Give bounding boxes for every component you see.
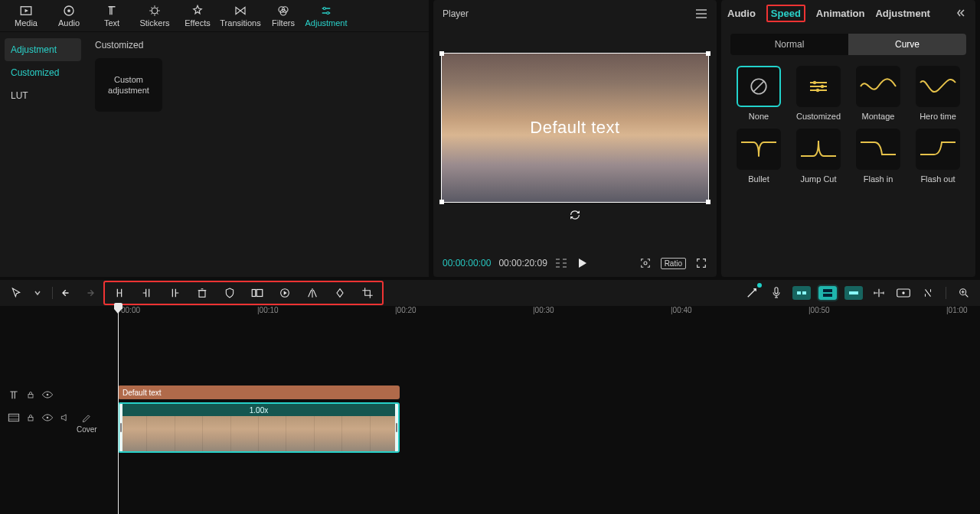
timeline-tracks: Cover Default text 1.00x	[0, 320, 980, 514]
mirror-icon[interactable]	[304, 285, 321, 301]
rtab-audio[interactable]: Audio	[727, 8, 756, 19]
undo-icon[interactable]	[59, 285, 76, 301]
list-icon[interactable]	[555, 259, 569, 268]
tab-effects[interactable]: Effects	[176, 0, 219, 32]
preset-montage[interactable]: Montage	[851, 66, 905, 121]
filters-icon	[276, 4, 290, 18]
delete-left-icon[interactable]	[139, 285, 155, 301]
tab-transitions[interactable]: Transitions	[219, 0, 262, 32]
rtab-animation[interactable]: Animation	[816, 8, 865, 19]
track-mode-2[interactable]	[818, 286, 837, 300]
ratio-button[interactable]: Ratio	[661, 258, 686, 269]
tab-media[interactable]: Media	[5, 0, 47, 32]
right-panel: Audio Speed Animation Adjustment Normal …	[721, 0, 975, 277]
freeze-icon[interactable]	[249, 285, 266, 301]
video-track-head: Cover	[0, 408, 86, 467]
rtab-adjustment[interactable]: Adjustment	[875, 8, 930, 19]
flashin-curve-icon	[859, 136, 897, 162]
ruler-tick: 00:00	[121, 306, 140, 314]
preset-jump[interactable]: Jump Cut	[792, 128, 845, 184]
mic-icon[interactable]	[768, 285, 785, 301]
rtab-speed[interactable]: Speed	[766, 5, 805, 22]
track-body[interactable]: Default text 1.00x	[86, 320, 980, 514]
text-track-icon	[8, 389, 20, 400]
preset-none-label: None	[749, 112, 769, 121]
preset-flashout[interactable]: Flash out	[911, 128, 965, 184]
timeline-ruler[interactable]: 00:00 |00:10 |00:20 |00:30 |00:40 |00:50…	[86, 306, 980, 320]
clip-trim-left[interactable]	[119, 404, 122, 451]
tab-filters-label: Filters	[272, 18, 295, 28]
preset-jump-label: Jump Cut	[800, 174, 836, 184]
tab-audio-label: Audio	[58, 18, 80, 28]
eye-icon[interactable]	[41, 413, 54, 422]
clip-speed-label: 1.00x	[119, 404, 398, 416]
rotate-icon[interactable]	[332, 285, 348, 301]
preset-bullet[interactable]: Bullet	[732, 128, 786, 184]
settings-icon[interactable]	[920, 285, 936, 301]
lock-icon[interactable]	[26, 390, 35, 399]
eye-icon[interactable]	[41, 390, 54, 399]
preview-icon[interactable]	[895, 285, 912, 301]
card-custom-adjustment[interactable]: Custom adjustment	[95, 58, 162, 112]
player-canvas[interactable]: Default text	[441, 53, 709, 203]
pill-normal[interactable]: Normal	[730, 34, 848, 55]
tab-stickers[interactable]: Stickers	[133, 0, 176, 32]
reverse-icon[interactable]	[276, 285, 293, 301]
mute-icon[interactable]	[60, 413, 70, 422]
fullscreen-icon[interactable]	[695, 257, 707, 269]
tab-text[interactable]: Text	[90, 0, 133, 32]
speed-mode-pills: Normal Curve	[730, 34, 966, 55]
player-menu-icon[interactable]	[695, 9, 707, 18]
tab-adjustment[interactable]: Adjustment	[305, 0, 348, 32]
cursor-tool-icon[interactable]	[8, 285, 24, 301]
preset-flashin[interactable]: Flash in	[851, 128, 905, 184]
side-item-customized[interactable]: Customized	[0, 61, 86, 84]
tab-audio[interactable]: Audio	[47, 0, 90, 32]
video-track-icon	[8, 413, 20, 422]
cursor-tool-dropdown-icon[interactable]	[29, 285, 46, 301]
focus-icon[interactable]	[639, 257, 652, 269]
pill-curve[interactable]: Curve	[848, 34, 966, 55]
split-icon[interactable]	[111, 285, 128, 301]
zoom-timeline-icon[interactable]	[956, 285, 972, 301]
video-clip[interactable]: 1.00x	[118, 402, 400, 453]
svg-point-14	[813, 81, 816, 84]
delete-right-icon[interactable]	[166, 285, 183, 301]
bullet-curve-icon	[740, 136, 778, 162]
svg-rect-31	[28, 395, 33, 399]
collapse-right-icon[interactable]	[957, 8, 969, 18]
player-panel: Player Default text 00:00:00:00 00:00:20…	[433, 0, 717, 277]
track-mode-3[interactable]	[844, 286, 863, 300]
text-clip[interactable]: Default text	[118, 386, 400, 399]
svg-marker-10	[579, 259, 586, 268]
preset-flashin-label: Flash in	[864, 174, 893, 184]
preset-bullet-label: Bullet	[748, 174, 769, 184]
timecode-current: 00:00:00:00	[443, 258, 491, 268]
side-item-lut[interactable]: LUT	[0, 84, 86, 107]
preset-customized[interactable]: Customized	[792, 66, 845, 121]
svg-rect-19	[256, 290, 263, 297]
crop-icon[interactable]	[359, 285, 376, 301]
media-tabs: Media Audio Text Stickers Effects Transi…	[0, 0, 429, 32]
svg-point-15	[821, 85, 824, 88]
canvas-text[interactable]: Default text	[442, 54, 708, 203]
transitions-icon	[234, 4, 247, 18]
tab-filters[interactable]: Filters	[262, 0, 305, 32]
speed-presets: None Customized Montage Hero time Bullet…	[721, 63, 975, 187]
lock-icon[interactable]	[26, 413, 35, 422]
refresh-icon[interactable]	[569, 209, 581, 221]
shield-icon[interactable]	[221, 285, 238, 301]
track-mode-1[interactable]	[792, 286, 811, 300]
play-button[interactable]	[577, 258, 587, 268]
align-icon[interactable]	[871, 285, 887, 301]
magic-icon[interactable]	[743, 285, 760, 301]
redo-icon[interactable]	[80, 285, 97, 301]
preset-none[interactable]: None	[732, 66, 786, 121]
hero-curve-icon	[919, 73, 957, 99]
preset-flashout-label: Flash out	[920, 174, 955, 184]
preset-hero[interactable]: Hero time	[911, 66, 965, 121]
side-item-adjustment[interactable]: Adjustment	[5, 38, 81, 61]
delete-icon[interactable]	[194, 285, 211, 301]
playhead[interactable]	[118, 306, 119, 514]
clip-trim-right[interactable]	[395, 404, 398, 451]
